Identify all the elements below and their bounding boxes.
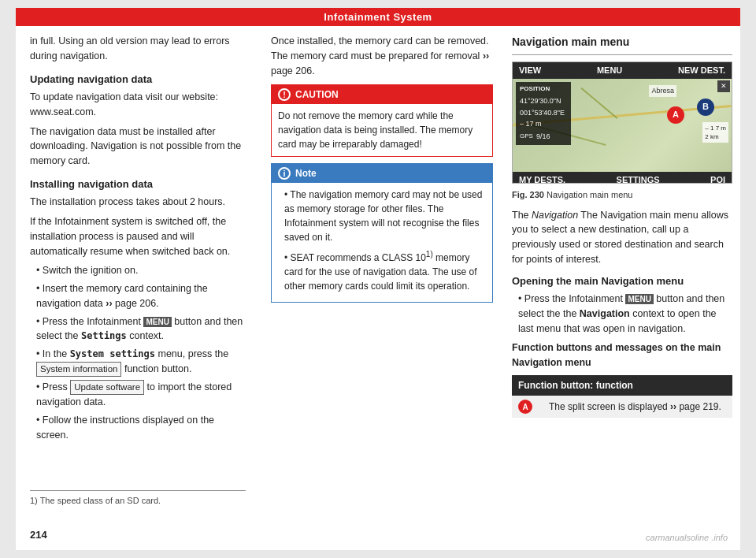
- fig-caption: Fig. 230 Navigation main menu: [512, 188, 732, 202]
- nav-settings-btn[interactable]: SETTINGS: [617, 173, 660, 184]
- note-box: i Note The navigation memory card may no…: [271, 163, 493, 303]
- caution-icon: !: [278, 88, 291, 101]
- func-bullet1: Press the Infotainment MENU button and t…: [512, 292, 732, 336]
- table-header: Function button: function: [512, 375, 732, 396]
- system-info-btn[interactable]: System information: [36, 362, 121, 377]
- abresa-label: Abresa: [649, 85, 676, 98]
- update-software-btn[interactable]: Update software: [70, 380, 144, 395]
- middle-intro: Once installed, the memory card can be r…: [271, 34, 493, 78]
- intro-text: in full. Using an old version may lead t…: [30, 34, 246, 64]
- middle-column: Once installed, the memory card can be r…: [260, 34, 504, 507]
- bullet3: Press the Infotainment MENU button and t…: [30, 314, 246, 344]
- right-column: Navigation main menu VIEW MENU NEW DEST.…: [504, 34, 740, 507]
- bullet4: In the System settings menu, press the S…: [30, 347, 246, 377]
- table-cell-desc: The split screen is displayed ›› page 21…: [543, 396, 732, 418]
- nav-scale-indicator: – 1 7 m 2 km: [702, 122, 728, 143]
- left-column: in full. Using an old version may lead t…: [16, 34, 260, 507]
- nav-context-label: Navigation: [580, 308, 630, 319]
- bullet2: Insert the memory card containing the na…: [30, 281, 246, 311]
- nav-top-bar: VIEW MENU NEW DEST.: [513, 62, 732, 79]
- page-number: 214: [30, 529, 47, 541]
- nav-menu-btn[interactable]: MENU: [597, 64, 622, 77]
- caution-header: ! CAUTION: [272, 85, 492, 104]
- nav-newdest-btn[interactable]: NEW DEST.: [678, 64, 725, 77]
- watermark: carmanualsoline .info: [646, 533, 728, 542]
- bullet5: Press Update software to import the stor…: [30, 380, 246, 410]
- nav-view-btn[interactable]: VIEW: [519, 64, 541, 77]
- header-title: Infotainment System: [324, 11, 432, 23]
- nav-desc: The Navigation The Navigation main menu …: [512, 208, 732, 267]
- caution-body: Do not remove the memory card while the …: [272, 104, 492, 156]
- note-bullet2: SEAT recommends a CLASS 101) memory card…: [278, 248, 486, 293]
- note-header: i Note: [272, 164, 492, 183]
- section2-p2: If the Infotainment system is switched o…: [30, 214, 246, 259]
- nav-position-panel: POSITION 41°29'30.0"N 001°53'40.8"E – 17…: [516, 82, 571, 145]
- nav-main-menu-title: Navigation main menu: [512, 34, 732, 55]
- footnote: 1) The speed class of an SD card.: [30, 490, 246, 508]
- nav-map-area: POSITION 41°29'30.0"N 001°53'40.8"E – 17…: [513, 79, 732, 172]
- header-bar: Infotainment System: [16, 8, 740, 26]
- bullet6: Follow the instructions displayed on the…: [30, 413, 246, 443]
- nav-circle-a: A: [667, 106, 684, 124]
- bullet1: Switch the ignition on.: [30, 263, 246, 278]
- section1-p2: The navigation data must be installed af…: [30, 125, 246, 169]
- nav-poi-btn[interactable]: POI: [710, 173, 725, 184]
- page: Infotainment System in full. Using an ol…: [16, 8, 740, 550]
- note-icon: i: [278, 167, 291, 180]
- func-heading: Opening the main Navigation menu: [512, 273, 732, 289]
- nav-mydests-btn[interactable]: MY DESTS.: [519, 173, 565, 184]
- section2-heading: Installing navigation data: [30, 177, 246, 192]
- note-body: The navigation memory card may not be us…: [272, 183, 492, 302]
- func-subheading: Function buttons and messages on the mai…: [512, 340, 732, 370]
- nav-bottom-bar: MY DESTS. SETTINGS POI: [513, 172, 732, 184]
- table-cell-icon: A: [512, 396, 543, 418]
- nav-close-btn[interactable]: ✕: [717, 80, 730, 93]
- function-table: Function button: function A The split sc…: [512, 375, 732, 418]
- section2-p1: The installation process takes about 2 h…: [30, 195, 246, 210]
- caution-box: ! CAUTION Do not remove the memory card …: [271, 84, 493, 157]
- table-row: A The split screen is displayed ›› page …: [512, 396, 732, 418]
- content-area: in full. Using an old version may lead t…: [16, 26, 740, 515]
- note-bullet1: The navigation memory card may not be us…: [278, 188, 486, 244]
- nav-circle-b: B: [697, 99, 714, 116]
- nav-image-container: VIEW MENU NEW DEST. POSITION 41°29'30.0"…: [512, 61, 732, 184]
- section1-heading: Updating navigation data: [30, 72, 246, 87]
- section1-p1: To update navigation data visit our webs…: [30, 90, 246, 120]
